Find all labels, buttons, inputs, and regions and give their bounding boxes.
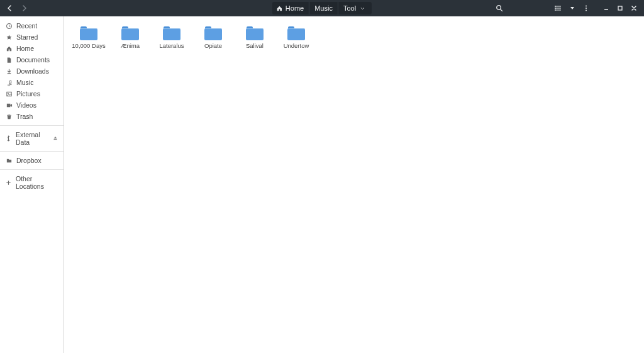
- sidebar-item-starred[interactable]: Starred: [0, 31, 64, 43]
- view-list-button[interactable]: [552, 2, 565, 14]
- doc-icon: [5, 56, 13, 64]
- window-maximize-button[interactable]: [614, 2, 626, 14]
- breadcrumb-label: Home: [286, 4, 304, 12]
- svg-point-3: [586, 8, 587, 9]
- sidebar-item-pictures[interactable]: Pictures: [0, 88, 64, 99]
- sidebar-item-downloads[interactable]: Downloads: [0, 65, 64, 77]
- folder-icon: [80, 26, 97, 40]
- path-bar: HomeMusicTool: [272, 2, 372, 14]
- sidebar-item-documents[interactable]: Documents: [0, 54, 64, 65]
- file-view[interactable]: 10,000 DaysÆnimaLateralusOpiateSalivalUn…: [64, 16, 644, 353]
- folder-item[interactable]: 10,000 Days: [68, 24, 109, 52]
- icon-grid: 10,000 DaysÆnimaLateralusOpiateSalivalUn…: [68, 24, 640, 52]
- sidebar-item-videos[interactable]: Videos: [0, 99, 64, 111]
- view-dropdown-button[interactable]: [566, 2, 579, 14]
- folder-item[interactable]: Lateralus: [151, 24, 192, 52]
- sidebar-item-label: Music: [16, 79, 33, 86]
- sidebar-item-label: Other Locations: [16, 175, 58, 190]
- sidebar-item-label: Home: [16, 45, 34, 52]
- sidebar-item-external-data[interactable]: External Data: [0, 129, 64, 148]
- folder-icon: [163, 26, 180, 40]
- back-button[interactable]: [4, 2, 16, 14]
- sidebar-item-label: Videos: [16, 101, 36, 109]
- folder-label: Salival: [246, 43, 264, 50]
- picture-icon: [5, 90, 13, 98]
- sidebar-item-label: Starred: [16, 33, 38, 41]
- home-icon: [276, 5, 283, 12]
- breadcrumb-label: Tool: [343, 4, 356, 12]
- music-icon: [5, 79, 13, 86]
- sidebar-item-music[interactable]: Music: [0, 77, 64, 88]
- headerbar: HomeMusicTool: [0, 0, 644, 16]
- breadcrumb-segment[interactable]: Music: [309, 2, 338, 14]
- folder-icon: [246, 26, 264, 40]
- sidebar-item-home[interactable]: Home: [0, 43, 64, 54]
- search-button[interactable]: [493, 2, 506, 14]
- breadcrumb-segment[interactable]: Home: [274, 2, 309, 14]
- sidebar-item-label: Dropbox: [16, 157, 42, 164]
- sidebar-item-label: Trash: [16, 113, 33, 120]
- folder-icon: [204, 26, 222, 40]
- places-sidebar: RecentStarredHomeDocumentsDownloadsMusic…: [0, 16, 64, 353]
- sidebar-item-label: External Data: [16, 131, 48, 146]
- sidebar-item-label: Downloads: [16, 67, 49, 75]
- sidebar-item-label: Pictures: [16, 90, 40, 98]
- star-icon: [5, 33, 13, 41]
- folder-label: 10,000 Days: [72, 43, 105, 50]
- folder-label: Opiate: [204, 43, 222, 50]
- eject-icon[interactable]: [52, 135, 58, 142]
- plus-icon: [5, 179, 12, 186]
- usb-icon: [5, 135, 12, 142]
- folder-label: Undertow: [284, 43, 309, 50]
- sidebar-item-other-locations[interactable]: Other Locations: [0, 173, 64, 192]
- home-icon: [5, 45, 13, 52]
- folder-item[interactable]: Undertow: [275, 24, 317, 52]
- file-manager-window: RecentStarredHomeDocumentsDownloadsMusic…: [0, 16, 644, 353]
- download-icon: [5, 67, 13, 75]
- folder-icon: [5, 157, 13, 164]
- folder-item[interactable]: Ænima: [109, 24, 151, 52]
- svg-line-1: [501, 9, 502, 11]
- breadcrumb-segment[interactable]: Tool: [338, 2, 370, 14]
- svg-rect-11: [6, 103, 10, 107]
- forward-button[interactable]: [18, 2, 30, 14]
- folder-label: Ænima: [121, 43, 140, 50]
- video-icon: [5, 101, 13, 109]
- chevron-down-icon: [360, 6, 365, 11]
- nav-buttons: [4, 2, 30, 14]
- sidebar-item-label: Recent: [16, 22, 37, 30]
- svg-point-4: [586, 10, 587, 11]
- hamburger-menu-button[interactable]: [580, 2, 592, 14]
- sidebar-item-label: Documents: [16, 56, 50, 64]
- breadcrumb: HomeMusicTool: [272, 2, 372, 14]
- folder-icon: [121, 26, 139, 40]
- svg-rect-6: [618, 6, 622, 10]
- svg-point-10: [8, 92, 8, 93]
- window-close-button[interactable]: [628, 2, 640, 14]
- svg-rect-13: [54, 139, 57, 140]
- window-minimize-button[interactable]: [600, 2, 613, 14]
- folder-item[interactable]: Opiate: [192, 24, 234, 52]
- sidebar-item-dropbox[interactable]: Dropbox: [0, 155, 64, 166]
- sidebar-item-recent[interactable]: Recent: [0, 20, 64, 31]
- folder-icon: [287, 26, 305, 40]
- clock-icon: [5, 22, 13, 30]
- folder-item[interactable]: Salival: [234, 24, 275, 52]
- svg-point-2: [586, 6, 587, 7]
- folder-label: Lateralus: [159, 43, 184, 50]
- trash-icon: [5, 113, 13, 120]
- sidebar-item-trash[interactable]: Trash: [0, 111, 64, 122]
- breadcrumb-label: Music: [314, 4, 333, 12]
- header-actions: [493, 2, 640, 14]
- svg-point-12: [8, 135, 9, 137]
